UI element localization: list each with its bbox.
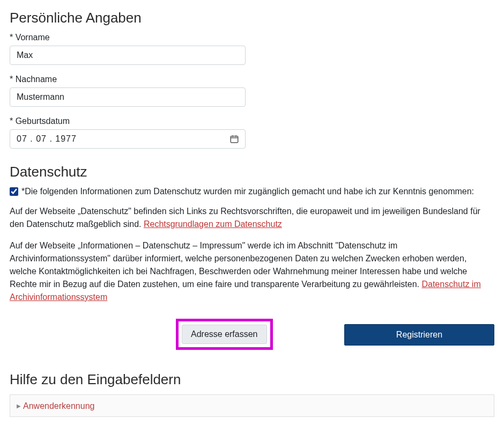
registrieren-button[interactable]: Registrieren (344, 324, 494, 346)
vorname-input[interactable] (10, 46, 246, 65)
link-rechtsgrundlagen[interactable]: Rechtsgrundlagen zum Datenschutz (144, 219, 282, 229)
help-item-label: Anwenderkennung (23, 401, 94, 411)
nachname-input[interactable] (10, 87, 246, 107)
section-heading-datenschutz: Datenschutz (10, 164, 494, 180)
section-heading-hilfe: Hilfe zu den Eingabefeldern (10, 371, 494, 388)
help-accordion-item[interactable]: ▶ Anwenderkennung (10, 394, 494, 417)
section-heading-personal: Persönliche Angaben (10, 10, 494, 26)
adresse-erfassen-button[interactable]: Adresse erfassen (182, 325, 267, 344)
privacy-checkbox-label: *Die folgenden Informationen zum Datensc… (21, 187, 474, 196)
highlight-box: Adresse erfassen (176, 319, 273, 350)
chevron-right-icon: ▶ (17, 403, 21, 409)
geburtsdatum-input[interactable] (10, 129, 246, 149)
privacy-para2-text: Auf der Webseite „Informationen – Datens… (10, 241, 467, 289)
vorname-label: * Vorname (10, 33, 494, 42)
nachname-label: * Nachname (10, 75, 494, 84)
privacy-paragraph-2: Auf der Webseite „Informationen – Datens… (10, 239, 494, 304)
privacy-paragraph-1: Auf der Webseite „Datenschutz" befinden … (10, 205, 494, 231)
geburtsdatum-label: * Geburtsdatum (10, 116, 494, 126)
privacy-checkbox[interactable] (10, 187, 18, 196)
